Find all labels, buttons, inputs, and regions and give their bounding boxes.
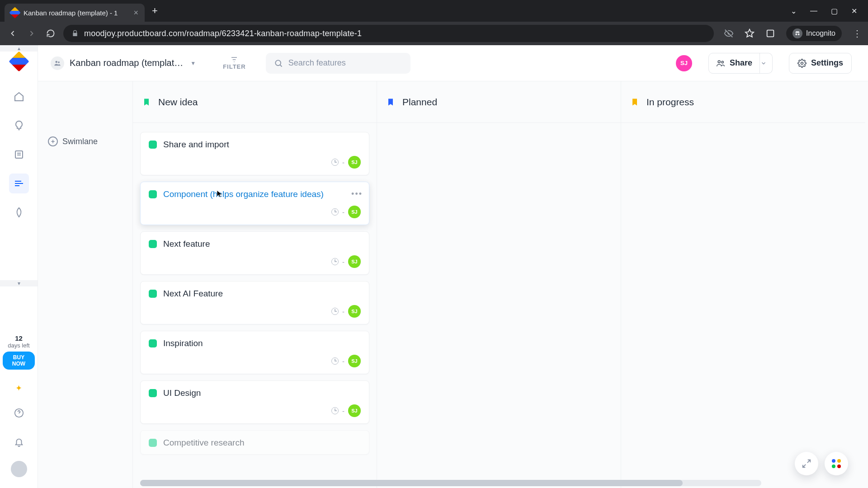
filter-label: FILTER — [223, 63, 246, 70]
plus-circle-icon: + — [48, 136, 58, 146]
kanban-card[interactable]: Next feature -SJ — [140, 231, 369, 275]
kanban-column-in-progress: In progress — [621, 81, 865, 488]
card-date: - — [342, 308, 344, 315]
status-dot-icon — [149, 290, 157, 298]
card-date: - — [342, 159, 344, 166]
close-tab-icon[interactable]: × — [133, 8, 138, 18]
column-header[interactable]: Planned — [377, 81, 621, 123]
card-title: Competitive research — [163, 438, 245, 448]
status-dot-icon — [149, 439, 157, 447]
add-swimlane-button[interactable]: + Swimlane — [38, 136, 132, 146]
browser-toolbar: moodjoy.productboard.com/roadmap/6233421… — [0, 22, 868, 45]
buy-now-button[interactable]: BUY NOW — [3, 352, 35, 370]
svg-point-5 — [56, 61, 58, 63]
bookmark-icon — [630, 97, 639, 108]
extensions-icon[interactable] — [765, 28, 775, 38]
column-title: In progress — [646, 97, 694, 108]
tab-dropdown-icon[interactable]: ⌄ — [791, 7, 797, 15]
swimlane-column: + Swimlane — [38, 81, 133, 488]
features-icon[interactable] — [9, 145, 29, 164]
assignee-avatar[interactable]: SJ — [348, 305, 361, 318]
incognito-chip[interactable]: Incognito — [786, 26, 842, 41]
clock-icon — [331, 407, 339, 414]
share-dropdown-button[interactable] — [755, 53, 773, 74]
card-date: - — [342, 208, 344, 216]
card-title: Next AI Feature — [163, 289, 223, 299]
status-dot-icon — [149, 389, 157, 397]
objectives-icon[interactable] — [9, 202, 29, 222]
column-header[interactable]: In progress — [621, 81, 865, 123]
share-button[interactable]: Share — [708, 53, 760, 74]
kanban-card[interactable]: Share and import -SJ — [140, 132, 369, 175]
workspace-selector[interactable]: Kanban roadmap (templat… ▼ — [51, 56, 196, 70]
search-box[interactable] — [266, 53, 410, 74]
settings-button[interactable]: Settings — [789, 53, 852, 74]
eye-off-icon[interactable] — [724, 28, 734, 38]
lock-icon — [71, 30, 79, 37]
assignee-avatar[interactable]: SJ — [348, 206, 361, 218]
workspace-name: Kanban roadmap (templat… — [70, 58, 183, 68]
kanban-card[interactable]: ••• Component (helps organize feature id… — [140, 182, 369, 225]
scrollbar-thumb[interactable] — [140, 480, 683, 486]
current-user-avatar[interactable]: SJ — [676, 55, 692, 71]
address-bar[interactable]: moodjoy.productboard.com/roadmap/6233421… — [63, 25, 714, 42]
kebab-menu-icon[interactable]: ⋮ — [853, 28, 862, 39]
sidebar-scroll-up[interactable]: ▴ — [0, 45, 38, 52]
sparkle-icon[interactable]: ✦ — [15, 383, 22, 393]
svg-point-2 — [798, 33, 800, 35]
apps-grid-icon — [832, 459, 841, 468]
forward-button[interactable] — [25, 27, 38, 40]
notifications-icon[interactable] — [9, 432, 29, 452]
home-icon[interactable] — [9, 87, 29, 107]
kanban-card[interactable]: Inspiration -SJ — [140, 331, 369, 374]
window-controls: ⌄ — ▢ ✕ — [791, 7, 868, 15]
more-icon[interactable]: ••• — [351, 189, 363, 199]
kanban-card[interactable]: UI Design -SJ — [140, 380, 369, 424]
browser-tab-strip: Kanban roadmap (template) - 1 × + ⌄ — ▢ … — [0, 0, 868, 22]
maximize-icon[interactable]: ▢ — [831, 7, 838, 15]
card-date: - — [342, 407, 344, 415]
close-window-icon[interactable]: ✕ — [851, 7, 857, 15]
kanban-column-planned: Planned — [377, 81, 621, 488]
tab-title: Kanban roadmap (template) - 1 — [24, 9, 129, 17]
svg-point-7 — [275, 60, 281, 66]
browser-tab[interactable]: Kanban roadmap (template) - 1 × — [5, 4, 145, 22]
swimlane-label: Swimlane — [62, 137, 98, 146]
assignee-avatar[interactable]: SJ — [348, 355, 361, 367]
card-title: Next feature — [163, 239, 210, 249]
insights-icon[interactable] — [9, 116, 29, 136]
new-tab-button[interactable]: + — [152, 5, 158, 17]
app-sidebar: ▴ ▾ 12 days left BUY NOW ✦ — [0, 45, 38, 488]
filter-button[interactable]: FILTER — [223, 56, 246, 70]
apps-fab[interactable] — [825, 452, 848, 475]
user-avatar[interactable] — [11, 461, 27, 477]
app-topbar: Kanban roadmap (templat… ▼ FILTER SJ — [38, 45, 868, 81]
back-button[interactable] — [6, 27, 19, 40]
assignee-avatar[interactable]: SJ — [348, 156, 361, 169]
svg-point-9 — [722, 61, 723, 63]
favicon-icon — [9, 7, 20, 18]
kanban-card[interactable]: Competitive research — [140, 430, 369, 455]
assignee-avatar[interactable]: SJ — [348, 404, 361, 417]
assignee-avatar[interactable]: SJ — [348, 255, 361, 268]
column-header[interactable]: New idea — [133, 81, 377, 123]
kanban-card[interactable]: Next AI Feature -SJ — [140, 281, 369, 324]
help-icon[interactable] — [9, 403, 29, 423]
card-date: - — [342, 357, 344, 365]
svg-rect-0 — [767, 30, 774, 37]
settings-label: Settings — [811, 58, 843, 68]
horizontal-scrollbar[interactable] — [140, 480, 761, 486]
search-icon — [274, 59, 283, 68]
expand-fab[interactable] — [795, 452, 818, 475]
minimize-icon[interactable]: — — [810, 7, 817, 15]
bookmark-star-icon[interactable] — [745, 28, 755, 38]
column-title: New idea — [158, 97, 198, 108]
card-title: Share and import — [163, 140, 229, 150]
column-title: Planned — [402, 97, 437, 108]
roadmap-icon[interactable] — [9, 174, 29, 193]
search-input[interactable] — [288, 58, 402, 68]
card-title: Inspiration — [163, 338, 203, 348]
productboard-logo-icon[interactable] — [9, 51, 29, 71]
reload-button[interactable] — [44, 27, 57, 40]
sidebar-scroll-down[interactable]: ▾ — [0, 280, 38, 286]
